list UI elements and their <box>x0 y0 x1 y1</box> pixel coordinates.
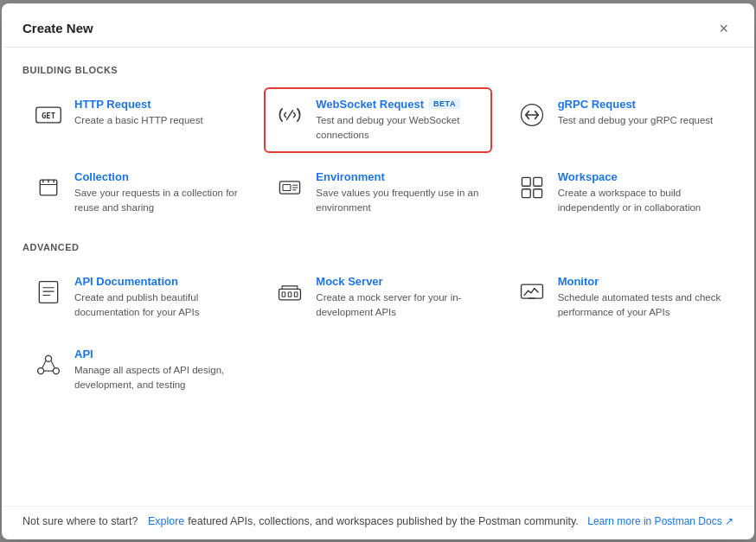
api-text: API Manage all aspects of API design, de… <box>74 348 240 393</box>
mock-icon <box>274 277 305 308</box>
workspace-icon <box>516 172 548 203</box>
footer-left: Not sure where to start? Explore feature… <box>22 515 579 527</box>
footer-right-text: featured APIs, collections, and workspac… <box>188 515 578 527</box>
footer-left-text: Not sure where to start? <box>22 515 138 527</box>
monitor-icon <box>516 277 548 308</box>
websocket-request-title: WebSocket Request BETA <box>316 98 481 111</box>
collection-icon <box>33 172 64 203</box>
building-blocks-grid: GET HTTP Request Create a basic HTTP req… <box>22 87 734 226</box>
item-websocket-request[interactable]: WebSocket Request BETA Test and debug yo… <box>264 87 491 154</box>
svg-line-27 <box>42 361 46 368</box>
api-documentation-text: API Documentation Create and publish bea… <box>74 275 240 321</box>
environment-title: Environment <box>316 170 481 183</box>
http-request-text: HTTP Request Create a basic HTTP request <box>74 98 240 128</box>
svg-rect-10 <box>522 177 530 186</box>
svg-point-24 <box>45 355 51 361</box>
grpc-request-title: gRPC Request <box>558 98 723 111</box>
item-workspace[interactable]: Workspace Create a workspace to build in… <box>506 160 734 226</box>
svg-line-28 <box>51 361 54 368</box>
svg-rect-11 <box>533 177 541 186</box>
svg-rect-20 <box>289 292 292 297</box>
item-mock-server[interactable]: Mock Server Create a mock server for you… <box>264 265 491 331</box>
api-documentation-title: API Documentation <box>74 275 240 288</box>
item-environment[interactable]: Environment Save values you frequently u… <box>264 160 491 226</box>
svg-point-26 <box>53 368 59 374</box>
svg-rect-19 <box>282 292 285 297</box>
item-http-request[interactable]: GET HTTP Request Create a basic HTTP req… <box>22 87 250 154</box>
api-title: API <box>74 348 240 360</box>
websocket-icon <box>274 99 305 131</box>
http-request-title: HTTP Request <box>74 98 240 111</box>
close-button[interactable]: × <box>714 19 734 38</box>
api-documentation-desc: Create and publish beautiful documentati… <box>74 290 240 321</box>
monitor-desc: Schedule automated tests and check perfo… <box>558 290 723 321</box>
modal-body: Building Blocks GET HTTP Request Create … <box>2 48 754 506</box>
collection-desc: Save your requests in a collection for r… <box>74 186 240 216</box>
svg-point-25 <box>38 368 44 374</box>
explore-link[interactable]: Explore <box>148 515 184 527</box>
grpc-request-text: gRPC Request Test and debug your gRPC re… <box>558 98 723 128</box>
collection-text: Collection Save your requests in a colle… <box>74 170 240 216</box>
section-label-building-blocks: Building Blocks <box>22 65 734 75</box>
monitor-title: Monitor <box>558 275 723 288</box>
websocket-request-text: WebSocket Request BETA Test and debug yo… <box>316 98 481 143</box>
advanced-grid: API Documentation Create and publish bea… <box>22 265 734 404</box>
svg-rect-6 <box>283 184 291 190</box>
modal-title: Create New <box>22 21 93 35</box>
svg-text:GET: GET <box>42 111 55 119</box>
workspace-title: Workspace <box>558 170 723 183</box>
footer-learn-link: Learn more in Postman Docs ↗ <box>587 515 734 527</box>
item-api-documentation[interactable]: API Documentation Create and publish bea… <box>22 265 250 331</box>
grpc-icon <box>516 99 548 131</box>
item-monitor[interactable]: Monitor Schedule automated tests and che… <box>506 265 734 331</box>
collection-title: Collection <box>74 170 240 183</box>
item-collection[interactable]: Collection Save your requests in a colle… <box>22 160 250 226</box>
mock-server-title: Mock Server <box>316 275 481 288</box>
websocket-request-desc: Test and debug your WebSocket connection… <box>316 113 481 143</box>
workspace-desc: Create a workspace to build independentl… <box>558 186 723 216</box>
mock-server-desc: Create a mock server for your in-develop… <box>316 290 481 321</box>
mock-server-text: Mock Server Create a mock server for you… <box>316 275 481 321</box>
beta-badge: BETA <box>429 99 460 109</box>
grpc-request-desc: Test and debug your gRPC request <box>558 113 723 128</box>
modal: Create New × Building Blocks GET HTTP Re… <box>2 3 754 539</box>
svg-rect-13 <box>533 189 541 198</box>
svg-rect-12 <box>522 189 530 198</box>
section-label-advanced: Advanced <box>22 242 734 252</box>
monitor-text: Monitor Schedule automated tests and che… <box>558 275 723 321</box>
api-icon <box>33 349 64 380</box>
docs-icon <box>33 277 64 308</box>
item-api[interactable]: API Manage all aspects of API design, de… <box>22 337 250 404</box>
workspace-text: Workspace Create a workspace to build in… <box>558 170 723 216</box>
svg-rect-21 <box>295 292 298 297</box>
item-grpc-request[interactable]: gRPC Request Test and debug your gRPC re… <box>506 87 734 154</box>
learn-more-link[interactable]: Learn more in Postman Docs ↗ <box>587 515 734 527</box>
environment-desc: Save values you frequently use in an env… <box>316 186 481 216</box>
environment-text: Environment Save values you frequently u… <box>316 170 481 216</box>
api-desc: Manage all aspects of API design, develo… <box>74 363 240 393</box>
modal-header: Create New × <box>2 3 754 48</box>
get-icon: GET <box>33 99 64 131</box>
modal-overlay: Create New × Building Blocks GET HTTP Re… <box>0 0 756 542</box>
svg-line-2 <box>287 110 293 119</box>
svg-rect-14 <box>39 281 57 303</box>
environment-icon <box>274 172 305 203</box>
modal-footer: Not sure where to start? Explore feature… <box>2 506 754 539</box>
http-request-desc: Create a basic HTTP request <box>74 113 240 128</box>
